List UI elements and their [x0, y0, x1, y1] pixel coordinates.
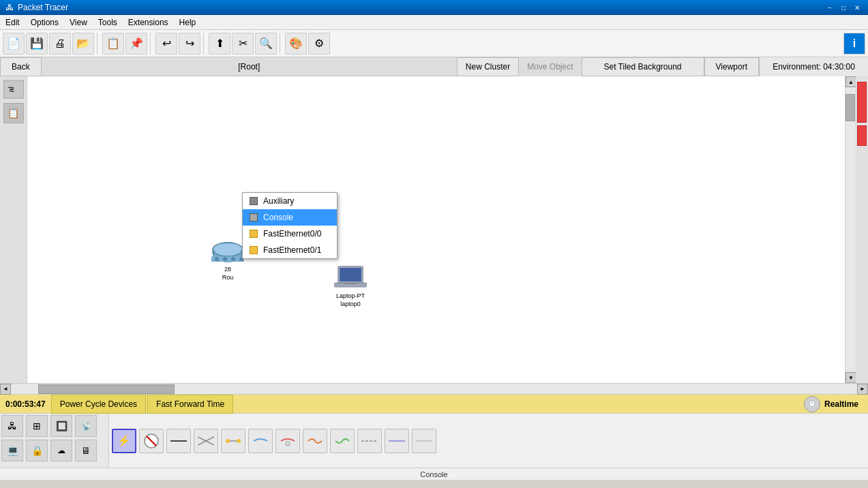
navbar: Back [Root] New Cluster Move Object Set … — [0, 57, 868, 76]
laptop-icon — [334, 264, 367, 291]
delete-button[interactable]: ✂ — [232, 33, 254, 55]
status-time: 0:00:53:47 — [0, 399, 51, 409]
device-toolbar: 🖧 ⊞ 🔲 📡 💻 🔒 ☁ 🖥 ⚡ — [0, 413, 868, 468]
serial-dce-button[interactable] — [303, 429, 327, 453]
environment-indicator: Environment: 04:30:00 — [759, 57, 868, 76]
crossover-icon — [198, 436, 214, 446]
redo-button[interactable]: ↪ — [179, 33, 200, 55]
no-cable-button[interactable] — [139, 429, 164, 453]
device-categories: 🖧 ⊞ 🔲 📡 💻 🔒 ☁ 🖥 — [0, 414, 109, 468]
menu-edit[interactable]: Edit — [0, 15, 25, 30]
info-button[interactable]: i — [843, 33, 865, 55]
right-red-button-1[interactable] — [857, 82, 867, 123]
maximize-button[interactable]: □ — [838, 3, 849, 12]
svg-rect-10 — [340, 268, 361, 281]
router-category[interactable]: 🖧 — [1, 415, 23, 437]
right-red-button-2[interactable] — [857, 125, 867, 146]
viewport-button[interactable]: Viewport — [704, 57, 759, 76]
usb-cable-button[interactable] — [412, 429, 436, 453]
svg-point-18 — [226, 439, 230, 443]
straight-cable-icon — [170, 438, 187, 444]
ctx-fastethernet01[interactable]: FastEthernet0/1 — [243, 242, 337, 258]
pointer-button[interactable]: ⬆ — [209, 33, 230, 55]
palette-button[interactable]: 🎨 — [285, 33, 307, 55]
ctx-auxiliary[interactable]: Auxiliary — [243, 193, 337, 209]
svg-point-7 — [231, 257, 235, 261]
bottom-scrollbar: ◄ ► — [0, 383, 868, 394]
menu-extensions[interactable]: Extensions — [123, 15, 174, 30]
left-tab-icon[interactable]: 📋 — [3, 103, 24, 123]
back-button[interactable]: Back — [0, 57, 42, 76]
new-button[interactable]: 📄 — [3, 33, 25, 55]
new-cluster-button[interactable]: New Cluster — [457, 57, 519, 76]
svg-point-6 — [223, 257, 227, 261]
straight-through2-button[interactable] — [357, 429, 382, 453]
svg-point-1 — [213, 243, 243, 256]
open-button[interactable]: 📂 — [72, 33, 94, 55]
undo-button[interactable]: ↩ — [155, 33, 177, 55]
wan-category[interactable]: ☁ — [50, 440, 72, 461]
switch-category[interactable]: ⊞ — [26, 415, 48, 437]
print-button[interactable]: 🖨 — [49, 33, 71, 55]
titlebar: 🖧 Packet Tracer − □ ✕ — [0, 0, 868, 15]
hub-category[interactable]: 🔲 — [50, 415, 72, 437]
move-object-button[interactable]: Move Object — [519, 57, 581, 76]
custom-button[interactable]: ⚙ — [308, 33, 330, 55]
router-icon — [211, 240, 244, 264]
save-button[interactable]: 💾 — [26, 33, 48, 55]
hscroll-thumb[interactable] — [38, 384, 175, 394]
device-cat-row-2: 💻 🔒 ☁ 🖥 — [0, 438, 108, 463]
scroll-up-button[interactable]: ▲ — [845, 76, 856, 87]
console-cable-icon — [389, 436, 405, 446]
laptop-device[interactable]: Laptop-PTlaptop0 — [334, 264, 367, 308]
menu-options[interactable]: Options — [25, 15, 64, 30]
svg-rect-12 — [345, 283, 356, 284]
menu-tools[interactable]: Tools — [93, 15, 123, 30]
scroll-left-button[interactable]: ◄ — [0, 384, 11, 395]
set-tiled-background-button[interactable]: Set Tiled Background — [582, 57, 704, 76]
power-cycle-button[interactable]: Power Cycle Devices — [51, 395, 146, 414]
scroll-right-button[interactable]: ► — [857, 384, 868, 395]
auto-cable-button[interactable]: ⚡ — [112, 429, 136, 453]
custom-category[interactable]: 🖥 — [75, 440, 97, 461]
inspect-button[interactable]: 🔍 — [255, 33, 277, 55]
menu-help[interactable]: Help — [174, 15, 202, 30]
device-items: ⚡ — [109, 414, 868, 468]
fast-forward-button[interactable]: Fast Forward Time — [147, 395, 233, 414]
phone-cable-button[interactable] — [248, 429, 273, 453]
paste-button[interactable]: 📌 — [125, 33, 147, 55]
copy-button[interactable]: 📋 — [102, 33, 124, 55]
security-category[interactable]: 🔒 — [26, 440, 48, 461]
serial-dte-button[interactable] — [330, 429, 355, 453]
usb-cable-icon — [416, 436, 432, 446]
phone-cable-icon — [252, 436, 269, 446]
enddevice-category[interactable]: 💻 — [1, 440, 23, 461]
scroll-down-button[interactable]: ▼ — [845, 372, 856, 383]
straight-through-button[interactable] — [166, 429, 191, 453]
context-menu: Auxiliary Console FastEthernet0/0 FastEt… — [242, 192, 338, 259]
scroll-track — [845, 87, 855, 372]
svg-point-21 — [286, 442, 290, 446]
left-tab-label[interactable]: al — [3, 80, 24, 99]
svg-point-5 — [215, 257, 219, 261]
realtime-clock-button[interactable]: 🕐 — [804, 396, 820, 412]
router-device[interactable]: 28Rou — [211, 240, 244, 281]
console-cable-button[interactable] — [385, 429, 409, 453]
coax-button[interactable] — [275, 429, 300, 453]
crossover-button[interactable] — [194, 429, 218, 453]
minimize-button[interactable]: − — [824, 3, 835, 12]
menu-view[interactable]: View — [64, 15, 93, 30]
toolbar-separator-3 — [203, 33, 206, 55]
fiber-button[interactable] — [221, 429, 245, 453]
laptop-label: Laptop-PTlaptop0 — [336, 292, 365, 308]
auxiliary-icon — [248, 196, 259, 207]
ctx-fastethernet00[interactable]: FastEthernet0/0 — [243, 226, 337, 242]
wireless-category[interactable]: 📡 — [75, 415, 97, 437]
canvas-area[interactable]: 28Rou Laptop-PTlaptop0 Auxiliary Console — [27, 76, 845, 383]
scroll-thumb[interactable] — [845, 94, 855, 121]
ctx-console[interactable]: Console — [243, 209, 337, 226]
realtime-area: 🕐 Realtime — [801, 396, 868, 412]
device-cat-row-1: 🖧 ⊞ 🔲 📡 — [0, 414, 108, 438]
realtime-label: Realtime — [820, 399, 863, 409]
close-button[interactable]: ✕ — [852, 3, 863, 12]
